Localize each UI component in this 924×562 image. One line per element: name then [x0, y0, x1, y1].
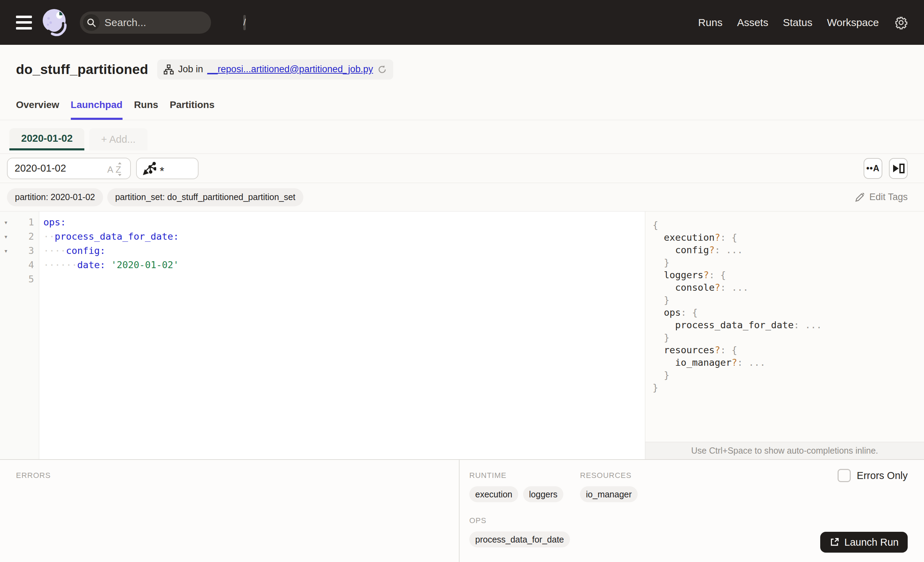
- schema-segment: resources: [652, 344, 715, 355]
- schema-segment: {: [726, 232, 737, 243]
- reload-icon[interactable]: [377, 65, 387, 74]
- code-segment: [105, 260, 111, 270]
- nav-link-status[interactable]: Status: [783, 17, 812, 29]
- autocomplete-toggle-button[interactable]: ••A: [864, 158, 882, 179]
- tag-partition: partition: 2020-01-02: [7, 188, 103, 206]
- schema-segment: {: [687, 307, 698, 318]
- resources-label: RESOURCES: [580, 471, 638, 480]
- sort-alphabetical-icon[interactable]: A Z: [106, 162, 126, 178]
- schema-footer-hint: Use Ctrl+Space to show auto-completions …: [645, 442, 924, 459]
- code-segment: ······: [44, 260, 77, 270]
- schema-line: process_data_for_date: ...: [652, 319, 924, 331]
- config-tabs-row: 2020-01-02 + Add...: [0, 120, 924, 154]
- schema-line: }: [652, 368, 924, 381]
- schema-segment: }: [652, 295, 670, 305]
- launch-run-button[interactable]: Launch Run: [820, 532, 908, 553]
- search-input[interactable]: [100, 17, 243, 29]
- resources-group: RESOURCES io_manager: [580, 471, 638, 502]
- fold-toggle-icon[interactable]: ▾: [0, 246, 12, 255]
- line-number: 5: [12, 274, 39, 284]
- schema-segment: loggers: [652, 269, 703, 280]
- add-config-tab-button[interactable]: + Add...: [89, 128, 147, 150]
- schema-segment: :: [715, 245, 720, 255]
- config-tab-partition[interactable]: 2020-01-02: [9, 128, 84, 150]
- chip-execution[interactable]: execution: [469, 486, 518, 502]
- nav-link-workspace[interactable]: Workspace: [827, 17, 879, 29]
- editor-split: ▾1▾2▾345 ops:··process_data_for_date:···…: [0, 212, 924, 459]
- code-segment: config:: [66, 245, 105, 256]
- chip-io_manager[interactable]: io_manager: [580, 486, 638, 502]
- config-editor[interactable]: ▾1▾2▾345 ops:··process_data_for_date:···…: [0, 212, 645, 459]
- chip-loggers[interactable]: loggers: [523, 486, 563, 502]
- partition-input-wrap: A Z: [7, 158, 131, 179]
- edit-tags-button[interactable]: Edit Tags: [855, 192, 908, 203]
- schema-segment: ?: [709, 245, 715, 255]
- job-badge-prefix: Job in: [178, 64, 203, 75]
- schema-segment: ?: [715, 282, 720, 293]
- schema-segment: ...: [726, 282, 748, 293]
- gear-icon[interactable]: [894, 16, 908, 30]
- schema-segment: :: [709, 269, 715, 280]
- schema-line: }: [652, 381, 924, 394]
- schema-segment: }: [652, 382, 658, 393]
- op-selector-input[interactable]: *: [136, 158, 198, 179]
- errors-only-checkbox[interactable]: [838, 469, 851, 482]
- errors-only-label: Errors Only: [856, 470, 908, 481]
- pencil-icon: [855, 192, 865, 203]
- editor-code[interactable]: ops:··process_data_for_date:····config:·…: [39, 212, 645, 459]
- code-line: ······date: '2020-01-02': [44, 258, 645, 272]
- svg-text:Z: Z: [116, 164, 121, 175]
- schema-segment: config: [652, 245, 709, 255]
- line-number: 2: [12, 231, 39, 242]
- schema-segment: }: [652, 257, 670, 268]
- errors-only-toggle[interactable]: Errors Only: [838, 469, 908, 482]
- line-number: 1: [12, 217, 39, 227]
- schema-segment: :: [720, 282, 726, 293]
- gutter-row: ▾1: [0, 215, 39, 229]
- tab-runs[interactable]: Runs: [134, 90, 158, 120]
- chip-process_data_for_date[interactable]: process_data_for_date: [469, 532, 570, 547]
- job-tabs: OverviewLaunchpadRunsPartitions: [0, 90, 924, 120]
- code-line: ····config:: [44, 243, 645, 258]
- top-nav: / RunsAssetsStatusWorkspace: [0, 0, 924, 45]
- gutter-row: 5: [0, 272, 39, 286]
- schema-segment: ...: [743, 357, 765, 368]
- errors-label: ERRORS: [16, 471, 459, 480]
- code-line: ops:: [44, 215, 645, 229]
- fold-toggle-icon[interactable]: ▾: [0, 232, 12, 241]
- runtime-chips: executionloggers: [469, 486, 563, 502]
- nav-link-assets[interactable]: Assets: [737, 17, 768, 29]
- code-segment: ··: [44, 231, 55, 242]
- schema-segment: :: [737, 357, 743, 368]
- tab-overview[interactable]: Overview: [16, 90, 59, 120]
- code-line: ··process_data_for_date:: [44, 229, 645, 243]
- gutter-row: ▾2: [0, 229, 39, 243]
- code-segment: process_data_for_date:: [55, 231, 179, 242]
- tab-launchpad[interactable]: Launchpad: [71, 90, 123, 120]
- schema-line: execution?: {: [652, 231, 924, 243]
- edit-tags-label: Edit Tags: [869, 192, 908, 203]
- job-repo-link[interactable]: __reposi...artitioned@partitioned_job.py: [207, 64, 373, 75]
- schema-segment: io_manager: [652, 357, 732, 368]
- schema-line: console?: ...: [652, 281, 924, 293]
- fold-toggle-icon[interactable]: ▾: [0, 218, 12, 227]
- search-shortcut-badge: /: [243, 15, 246, 30]
- schema-segment: ...: [720, 245, 743, 255]
- dagster-logo-icon[interactable]: [42, 7, 69, 38]
- schema-segment: ...: [800, 320, 822, 330]
- schema-segment: ?: [732, 357, 737, 368]
- menu-icon[interactable]: [16, 16, 32, 30]
- nav-link-runs[interactable]: Runs: [698, 17, 722, 29]
- schema-segment: :: [720, 232, 726, 243]
- code-segment: '2020-01-02': [111, 260, 179, 270]
- schema-segment: }: [652, 370, 670, 380]
- tab-partitions[interactable]: Partitions: [170, 90, 214, 120]
- inputs-row: A Z *: [0, 154, 924, 183]
- nav-links: RunsAssetsStatusWorkspace: [698, 17, 879, 29]
- schema-segment: console: [652, 282, 715, 293]
- expand-panel-button[interactable]: [889, 158, 908, 179]
- errors-section: ERRORS: [0, 460, 460, 562]
- schema-segment: process_data_for_date: [652, 320, 794, 330]
- search-box: /: [80, 12, 211, 34]
- dagit-app: / RunsAssetsStatusWorkspace do_stuff_par…: [0, 0, 924, 562]
